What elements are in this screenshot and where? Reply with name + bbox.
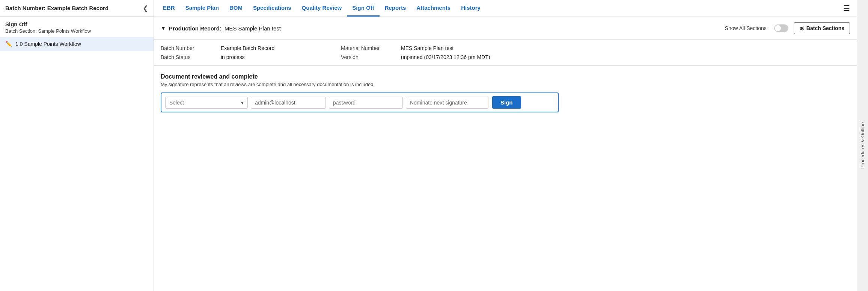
signoff-select-placeholder: Select xyxy=(169,100,184,106)
sidebar-item-workflow[interactable]: ✏️ 1.0 Sample Points Workflow xyxy=(0,37,154,51)
main-content: EBR Sample Plan BOM Specifications Quali… xyxy=(154,0,857,291)
sidebar-item-label: 1.0 Sample Points Workflow xyxy=(15,41,81,47)
show-all-label: Show All Sections xyxy=(725,25,767,31)
tab-bom[interactable]: BOM xyxy=(224,0,248,17)
signoff-description: My signature represents that all reviews… xyxy=(161,82,850,87)
version-label: Version xyxy=(341,54,401,60)
batch-sections-label: Batch Sections xyxy=(806,25,844,31)
sign-off-subtitle: Batch Section: Sample Points Workflow xyxy=(5,28,148,34)
tab-specifications[interactable]: Specifications xyxy=(248,0,297,17)
tab-quality-review[interactable]: Quality Review xyxy=(297,0,347,17)
production-record-value: MES Sample Plan test xyxy=(225,25,281,32)
batch-sections-button[interactable]: ≲ Batch Sections xyxy=(794,22,850,34)
signoff-section: Document reviewed and complete My signat… xyxy=(154,66,857,120)
sidebar-section: Sign Off Batch Section: Sample Points Wo… xyxy=(0,17,154,35)
right-panel[interactable]: Procedures & Outline xyxy=(857,0,868,291)
batch-number-value: Example Batch Record xyxy=(221,45,341,51)
tab-sign-off[interactable]: Sign Off xyxy=(347,0,379,17)
signoff-nominate-input[interactable] xyxy=(406,97,488,109)
right-panel-label: Procedures & Outline xyxy=(860,122,865,169)
sidebar-header: Batch Number: Example Batch Record ❮ xyxy=(0,0,154,17)
version-value: unpinned (03/17/2023 12:36 pm MDT) xyxy=(401,54,850,60)
material-number-value: MES Sample Plan test xyxy=(401,45,850,51)
tab-ebr[interactable]: EBR xyxy=(158,0,180,17)
tab-history[interactable]: History xyxy=(456,0,486,17)
edit-icon: ✏️ xyxy=(5,41,12,47)
nav-menu-icon[interactable]: ☰ xyxy=(840,4,853,13)
sidebar-collapse-button[interactable]: ❮ xyxy=(143,4,148,12)
sign-button[interactable]: Sign xyxy=(492,96,521,109)
sidebar: Batch Number: Example Batch Record ❮ Sig… xyxy=(0,0,154,291)
signoff-title: Document reviewed and complete xyxy=(161,73,850,80)
tab-attachments[interactable]: Attachments xyxy=(411,0,456,17)
content-area: ▼ Production Record: MES Sample Plan tes… xyxy=(154,17,857,291)
batch-status-label: Batch Status xyxy=(161,54,221,60)
production-record-header: ▼ Production Record: MES Sample Plan tes… xyxy=(154,17,857,40)
sign-off-title: Sign Off xyxy=(5,21,148,27)
chevron-down-icon: ▾ xyxy=(241,100,244,106)
share-icon: ≲ xyxy=(799,25,804,32)
signoff-password-input[interactable] xyxy=(329,97,403,109)
batch-info: Batch Number Example Batch Record Materi… xyxy=(154,40,857,66)
batch-number-title: Batch Number: Example Batch Record xyxy=(5,5,108,11)
production-record-title: Production Record: xyxy=(169,25,222,32)
signoff-form: Select ▾ Sign xyxy=(161,92,559,112)
show-all-toggle[interactable] xyxy=(774,24,788,32)
collapse-icon: ❮ xyxy=(143,4,148,12)
batch-number-label: Batch Number xyxy=(161,45,221,51)
tab-reports[interactable]: Reports xyxy=(380,0,411,17)
collapse-arrow-icon[interactable]: ▼ xyxy=(161,25,166,31)
top-nav: EBR Sample Plan BOM Specifications Quali… xyxy=(154,0,857,17)
signoff-email-input[interactable] xyxy=(251,97,326,109)
tab-sample-plan[interactable]: Sample Plan xyxy=(180,0,224,17)
prod-header-right: Show All Sections ≲ Batch Sections xyxy=(725,22,850,34)
signoff-role-select[interactable]: Select ▾ xyxy=(165,97,248,109)
batch-status-value: in process xyxy=(221,54,341,60)
material-number-label: Material Number xyxy=(341,45,401,51)
